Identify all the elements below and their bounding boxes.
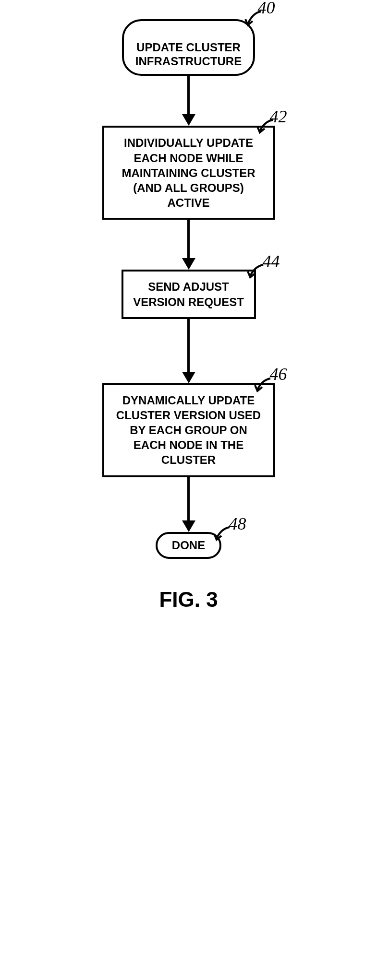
- flowchart-container: 40 UPDATE CLUSTER INFRASTRUCTURE 42 INDI…: [69, 19, 309, 612]
- start-label: UPDATE CLUSTER INFRASTRUCTURE: [135, 41, 242, 68]
- step2-wrap: 44 SEND ADJUST VERSION REQUEST: [69, 270, 309, 319]
- step3-process: DYNAMICALLY UPDATE CLUSTER VERSION USED …: [102, 383, 275, 477]
- step2-label: SEND ADJUST VERSION REQUEST: [133, 280, 244, 308]
- step3-label: DYNAMICALLY UPDATE CLUSTER VERSION USED …: [116, 394, 261, 467]
- end-terminator: DONE: [156, 532, 221, 559]
- callout-arrow-icon: [256, 119, 275, 134]
- callout-arrow-icon: [246, 264, 266, 279]
- figure-caption: FIG. 3: [159, 588, 218, 612]
- start-terminator: UPDATE CLUSTER INFRASTRUCTURE: [122, 19, 255, 76]
- arrow-icon: [182, 319, 195, 383]
- step1-label: INDIVIDUALLY UPDATE EACH NODE WHILE MAIN…: [122, 136, 255, 209]
- arrow-icon: [182, 220, 195, 270]
- end-label: DONE: [172, 539, 205, 552]
- step2-process: SEND ADJUST VERSION REQUEST: [122, 270, 256, 319]
- end-node-wrap: 48 DONE: [69, 532, 309, 559]
- step1-process: INDIVIDUALLY UPDATE EACH NODE WHILE MAIN…: [102, 126, 275, 220]
- callout-arrow-icon: [244, 11, 263, 27]
- start-node-wrap: 40 UPDATE CLUSTER INFRASTRUCTURE: [69, 19, 309, 76]
- arrow-icon: [182, 477, 195, 532]
- callout-arrow-icon: [213, 526, 232, 542]
- step3-wrap: 46 DYNAMICALLY UPDATE CLUSTER VERSION US…: [69, 383, 309, 477]
- arrow-icon: [182, 76, 195, 126]
- step1-wrap: 42 INDIVIDUALLY UPDATE EACH NODE WHILE M…: [69, 126, 309, 220]
- callout-arrow-icon: [254, 378, 273, 393]
